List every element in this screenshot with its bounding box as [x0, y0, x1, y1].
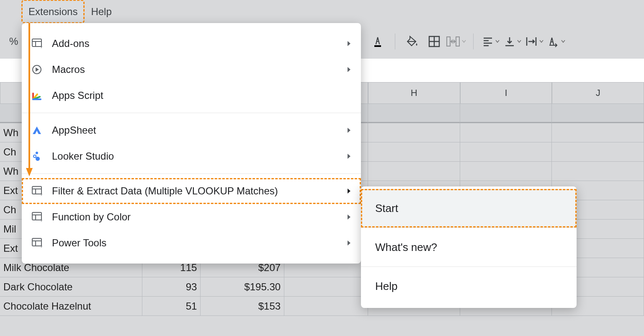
submenu-label: What's new? — [375, 241, 437, 254]
chevron-down-icon — [462, 39, 466, 44]
col-H[interactable]: H — [368, 82, 460, 104]
fill-color-icon — [406, 35, 419, 48]
svg-text:+: + — [40, 191, 42, 196]
svg-text:+: + — [40, 217, 42, 222]
chevron-right-icon — [347, 127, 352, 133]
chevron-down-icon — [561, 39, 565, 44]
vertical-align-button[interactable] — [502, 31, 523, 52]
chevron-right-icon — [347, 153, 352, 159]
wrap-icon — [525, 36, 538, 47]
text-color-button[interactable] — [367, 31, 388, 52]
menu-separator — [22, 113, 361, 113]
addon-icon: + — [31, 185, 43, 197]
submenu-item-help[interactable]: Help — [361, 267, 577, 305]
borders-icon — [428, 35, 440, 48]
submenu-label: Help — [375, 280, 397, 293]
menu-item-label: Macros — [52, 64, 85, 75]
menu-item-label: AppSheet — [52, 124, 96, 136]
menu-item-power-tools[interactable]: + Power Tools — [22, 230, 361, 256]
apps-script-icon — [31, 90, 43, 101]
menubar: Extensions Help — [22, 0, 118, 23]
menu-item-addons[interactable]: + Add-ons — [22, 31, 361, 57]
menu-item-label: Add-ons — [52, 38, 89, 49]
macros-icon — [31, 64, 43, 75]
addon-icon: + — [31, 211, 43, 223]
extensions-menu: + Add-ons Macros Apps Script — [22, 23, 361, 264]
chevron-right-icon — [347, 67, 352, 72]
menu-item-apps-script[interactable]: Apps Script — [22, 83, 361, 109]
chevron-down-icon — [517, 39, 521, 44]
menu-item-function-by-color[interactable]: + Function by Color — [22, 204, 361, 230]
menu-separator — [22, 173, 361, 174]
svg-rect-0 — [374, 45, 381, 47]
menu-item-label: Power Tools — [52, 237, 106, 249]
borders-button[interactable] — [424, 31, 445, 52]
align-left-icon — [482, 36, 494, 47]
svg-point-19 — [33, 155, 36, 158]
col-I[interactable]: I — [460, 82, 552, 104]
menu-item-label: Function by Color — [52, 211, 131, 223]
col-J[interactable]: J — [552, 82, 644, 104]
appsheet-icon — [31, 124, 43, 136]
toolbar-separator — [473, 34, 474, 49]
submenu-item-start[interactable]: Start — [361, 189, 577, 227]
chevron-right-icon — [347, 41, 352, 47]
menu-item-label: Looker Studio — [52, 150, 114, 162]
submenu-item-whats-new[interactable]: What's new? — [361, 228, 577, 266]
svg-text:+: + — [40, 243, 42, 248]
menu-item-appsheet[interactable]: AppSheet — [22, 117, 361, 143]
menu-item-filter-extract[interactable]: + Filter & Extract Data (Multiple VLOOKU… — [22, 178, 361, 204]
toolbar-separator — [395, 34, 395, 49]
svg-text:+: + — [40, 44, 42, 49]
rotation-icon — [547, 35, 559, 48]
svg-rect-4 — [447, 37, 450, 46]
chevron-down-icon — [495, 39, 500, 44]
chevron-down-icon — [539, 39, 544, 44]
format-percent-button[interactable]: % — [5, 36, 22, 47]
menu-item-looker-studio[interactable]: Looker Studio — [22, 143, 361, 169]
svg-rect-5 — [456, 37, 459, 46]
svg-point-18 — [36, 152, 38, 154]
valign-bottom-icon — [504, 36, 515, 47]
chevron-right-icon — [347, 188, 352, 194]
chevron-right-icon — [347, 240, 352, 246]
filter-extract-submenu: Start What's new? Help — [361, 186, 577, 308]
merge-cells-button[interactable] — [446, 31, 466, 52]
text-wrap-button[interactable] — [524, 31, 545, 52]
menu-help[interactable]: Help — [84, 0, 118, 23]
merge-icon — [446, 35, 460, 48]
menu-item-macros[interactable]: Macros — [22, 57, 361, 83]
chevron-right-icon — [347, 214, 352, 220]
addons-icon: + — [31, 38, 43, 49]
submenu-label: Start — [375, 202, 398, 215]
menu-item-label: Apps Script — [52, 90, 103, 101]
looker-icon — [31, 150, 43, 162]
text-color-icon — [371, 35, 384, 48]
text-rotation-button[interactable] — [546, 31, 567, 52]
svg-point-20 — [36, 157, 40, 161]
menu-extensions[interactable]: Extensions — [22, 0, 84, 23]
horizontal-align-button[interactable] — [480, 31, 501, 52]
menu-item-label: Filter & Extract Data (Multiple VLOOKUP … — [52, 185, 278, 197]
fill-color-button[interactable] — [402, 31, 423, 52]
addon-icon: + — [31, 237, 43, 249]
